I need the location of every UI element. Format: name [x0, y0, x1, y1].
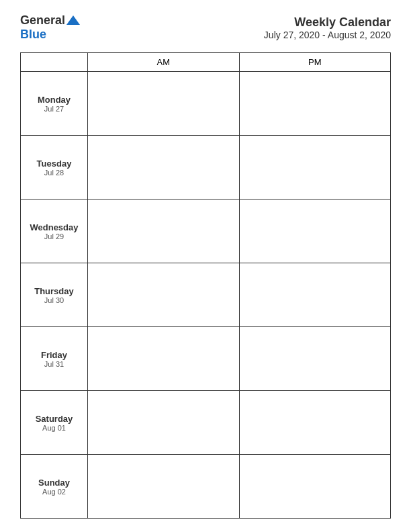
table-row: WednesdayJul 29: [21, 200, 391, 263]
day-date: Jul 27: [24, 105, 85, 113]
day-name: Thursday: [24, 286, 85, 296]
day-date: Aug 01: [24, 424, 85, 432]
page-header: General Blue Weekly Calendar July 27, 20…: [20, 13, 391, 42]
logo-general-text: General: [20, 13, 65, 28]
table-row: SundayAug 02: [21, 455, 391, 519]
am-cell: [88, 391, 240, 455]
day-cell-tuesday: TuesdayJul 28: [21, 136, 88, 200]
table-row: MondayJul 27: [21, 72, 391, 136]
day-date: Jul 29: [24, 232, 85, 240]
calendar-title: Weekly Calendar: [264, 15, 391, 30]
day-cell-sunday: SundayAug 02: [21, 455, 88, 519]
table-row: ThursdayJul 30: [21, 263, 391, 327]
pm-cell: [239, 391, 391, 455]
pm-cell: [239, 72, 391, 136]
calendar-date-range: July 27, 2020 - August 2, 2020: [264, 30, 391, 40]
day-name: Wednesday: [24, 222, 85, 232]
col-header-am: AM: [88, 53, 240, 72]
day-date: Jul 30: [24, 296, 85, 304]
am-cell: [88, 327, 240, 391]
logo: General Blue: [20, 13, 80, 42]
table-row: SaturdayAug 01: [21, 391, 391, 455]
day-cell-thursday: ThursdayJul 30: [21, 263, 88, 327]
day-name: Sunday: [24, 478, 85, 488]
day-name: Saturday: [24, 414, 85, 424]
col-header-pm: PM: [239, 53, 391, 72]
logo-icon: General: [20, 13, 80, 28]
day-date: Jul 28: [24, 169, 85, 177]
logo-blue-text: Blue: [20, 28, 46, 42]
am-cell: [88, 263, 240, 327]
day-date: Jul 31: [24, 360, 85, 368]
am-cell: [88, 72, 240, 136]
table-row: FridayJul 31: [21, 327, 391, 391]
col-header-day: [21, 53, 88, 72]
logo-triangle-icon: [66, 15, 80, 25]
day-cell-wednesday: WednesdayJul 29: [21, 200, 88, 263]
day-cell-saturday: SaturdayAug 01: [21, 391, 88, 455]
pm-cell: [239, 136, 391, 200]
pm-cell: [239, 200, 391, 263]
am-cell: [88, 136, 240, 200]
pm-cell: [239, 327, 391, 391]
day-date: Aug 02: [24, 488, 85, 496]
pm-cell: [239, 455, 391, 519]
day-name: Monday: [24, 95, 85, 105]
day-name: Tuesday: [24, 159, 85, 169]
day-name: Friday: [24, 350, 85, 360]
day-cell-monday: MondayJul 27: [21, 72, 88, 136]
day-cell-friday: FridayJul 31: [21, 327, 88, 391]
am-cell: [88, 455, 240, 519]
pm-cell: [239, 263, 391, 327]
table-row: TuesdayJul 28: [21, 136, 391, 200]
title-block: Weekly Calendar July 27, 2020 - August 2…: [264, 15, 391, 40]
am-cell: [88, 200, 240, 263]
calendar-table: AM PM MondayJul 27TuesdayJul 28Wednesday…: [20, 52, 391, 519]
